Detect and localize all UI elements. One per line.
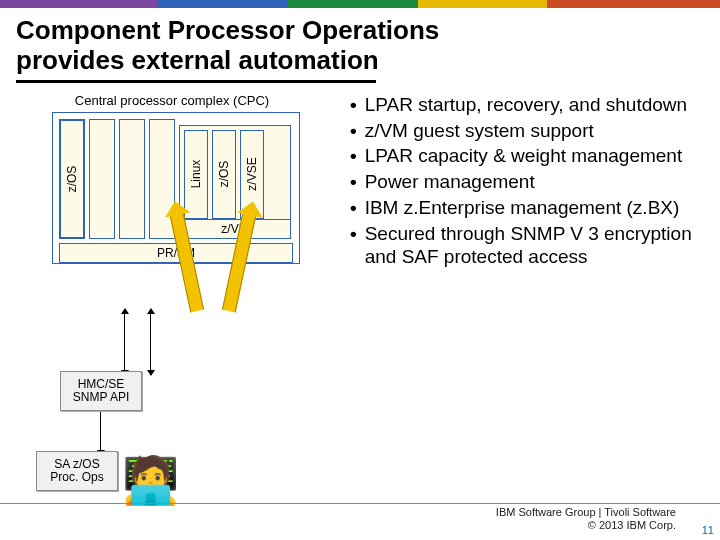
- bullet-text: LPAR startup, recovery, and shutdown: [365, 93, 687, 117]
- zvm-guest-zvse-label: z/VSE: [245, 158, 259, 191]
- connector-hmc-prsm-2: [150, 313, 151, 371]
- person-icon: 🧑‍💻: [122, 453, 179, 507]
- zvm-guest-zos-label: z/OS: [217, 161, 231, 188]
- bullet-text: Secured through SNMP V 3 encryption and …: [365, 222, 708, 270]
- bullet-list: LPAR startup, recovery, and shutdown z/V…: [346, 93, 708, 271]
- bullet-text: z/VM guest system support: [365, 119, 594, 143]
- bullet-text: IBM z.Enterprise management (z.BX): [365, 196, 680, 220]
- bullet-text: Power management: [365, 170, 535, 194]
- bullet-item: IBM z.Enterprise management (z.BX): [350, 196, 708, 220]
- bullet-item: LPAR capacity & weight management: [350, 144, 708, 168]
- footer-rule: [0, 503, 720, 504]
- lpar-empty-2: [119, 119, 145, 239]
- zvm-guest-zos: z/OS: [212, 130, 236, 219]
- cpc-label: Central processor complex (CPC): [12, 93, 332, 108]
- zvm-container: Linux z/OS z/VSE z/VM: [179, 125, 291, 239]
- bullet-item: z/VM guest system support: [350, 119, 708, 143]
- title-line1: Component Processor Operations provides …: [16, 16, 704, 76]
- zvm-label: z/VM: [179, 219, 291, 239]
- page-title: Component Processor Operations provides …: [0, 12, 720, 78]
- top-banner: [0, 0, 720, 8]
- connector-hmc-prsm-1: [124, 313, 125, 371]
- footer: IBM Software Group | Tivoli Software © 2…: [496, 506, 676, 532]
- lpar-zos: z/OS: [59, 119, 85, 239]
- bullet-item: LPAR startup, recovery, and shutdown: [350, 93, 708, 117]
- page-number: 11: [702, 524, 714, 536]
- lpar-empty-1: [89, 119, 115, 239]
- cpc-diagram: Central processor complex (CPC) z/OS Lin…: [12, 93, 332, 271]
- lpar-zos-label: z/OS: [65, 165, 79, 192]
- zvm-guests: Linux z/OS z/VSE: [179, 125, 291, 219]
- hmc-node: HMC/SE SNMP API: [60, 371, 142, 411]
- footer-line2: © 2013 IBM Corp.: [496, 519, 676, 532]
- bullet-text: LPAR capacity & weight management: [365, 144, 683, 168]
- title-underline: [16, 80, 376, 83]
- content: Central processor complex (CPC) z/OS Lin…: [0, 93, 720, 271]
- bullet-item: Secured through SNMP V 3 encryption and …: [350, 222, 708, 270]
- bullet-item: Power management: [350, 170, 708, 194]
- zvm-guest-linux-label: Linux: [189, 160, 203, 189]
- sa-node: SA z/OS Proc. Ops: [36, 451, 118, 491]
- footer-line1: IBM Software Group | Tivoli Software: [496, 506, 676, 519]
